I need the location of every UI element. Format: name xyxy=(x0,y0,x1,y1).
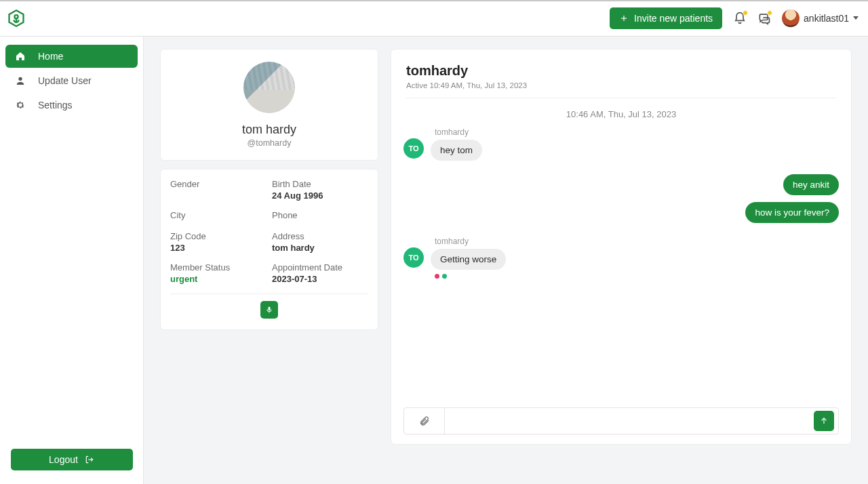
field-address: Address tom hardy xyxy=(272,231,368,253)
message-sender: tomhardy xyxy=(435,237,469,246)
field-zip: Zip Code 123 xyxy=(170,231,267,253)
logout-label: Logout xyxy=(49,454,78,465)
paperclip-icon xyxy=(419,416,430,426)
messages-dot xyxy=(767,10,772,16)
avatar xyxy=(782,9,800,27)
sidebar-item-label: Home xyxy=(38,51,63,62)
field-city: City xyxy=(170,210,267,222)
home-icon xyxy=(15,51,26,62)
chat-title: tomhardy xyxy=(406,63,836,79)
message-row: TO tomhardy hey tom xyxy=(403,127,839,161)
field-appointment-date: Appointment Date 2023-07-13 xyxy=(272,262,368,284)
logout-icon xyxy=(85,455,94,464)
message-bubble: how is your fever? xyxy=(745,202,839,223)
brand-logo[interactable] xyxy=(7,9,26,28)
message-bubble: hey tom xyxy=(431,140,482,161)
invite-patients-button[interactable]: Invite new patients xyxy=(610,7,722,29)
topbar: Invite new patients ankitlast01 xyxy=(0,0,868,37)
profile-name: tom hardy xyxy=(173,123,366,137)
profile-handle: @tomhardy xyxy=(173,138,366,148)
sidebar-item-home[interactable]: Home xyxy=(5,45,138,68)
plus-icon xyxy=(619,14,629,23)
chat-scroll-area[interactable]: 10:46 AM, Thu, Jul 13, 2023 TO tomhardy … xyxy=(391,105,851,407)
sidebar-item-label: Settings xyxy=(38,100,73,110)
sidebar-item-update-user[interactable]: Update User xyxy=(5,69,138,92)
sender-avatar: TO xyxy=(403,138,424,159)
chat-panel: tomhardy Active 10:49 AM, Thu, Jul 13, 2… xyxy=(391,49,852,445)
profile-card: tom hardy @tomhardy xyxy=(160,49,378,161)
notifications-button[interactable] xyxy=(733,12,747,25)
svg-point-1 xyxy=(14,15,18,18)
sidebar-item-label: Update User xyxy=(38,75,92,86)
voice-note-button[interactable] xyxy=(260,301,278,319)
message-row: TO tomhardy Getting worse xyxy=(403,237,839,279)
invite-label: Invite new patients xyxy=(634,13,713,24)
gear-icon xyxy=(15,100,26,110)
chat-composer xyxy=(403,407,839,435)
sender-avatar: TO xyxy=(403,247,424,268)
send-button[interactable] xyxy=(814,411,834,431)
field-member-status: Member Status urgent xyxy=(170,262,267,284)
user-menu[interactable]: ankitlast01 xyxy=(782,9,859,27)
message-bubble: hey ankit xyxy=(783,174,839,195)
logout-button[interactable]: Logout xyxy=(11,449,133,470)
messages-button[interactable] xyxy=(757,12,771,25)
chevron-down-icon xyxy=(853,16,859,20)
sidebar: Home Update User Settings Logout xyxy=(0,37,144,484)
username: ankitlast01 xyxy=(804,13,849,24)
chat-active-status: Active 10:49 AM, Thu, Jul 13, 2023 xyxy=(406,81,836,89)
notification-dot xyxy=(743,10,748,16)
field-phone: Phone xyxy=(272,210,368,222)
main-content: tom hardy @tomhardy Gender Birth Date 24… xyxy=(144,37,868,484)
svg-point-2 xyxy=(18,77,22,81)
arrow-up-icon xyxy=(819,416,829,426)
typing-indicator xyxy=(435,274,447,279)
chat-input[interactable] xyxy=(445,408,814,434)
message-sender: tomhardy xyxy=(435,127,469,137)
message-row-mine: hey ankit how is your fever? xyxy=(403,174,839,223)
sidebar-item-settings[interactable]: Settings xyxy=(5,94,138,117)
field-birth-date: Birth Date 24 Aug 1996 xyxy=(272,179,368,201)
message-bubble: Getting worse xyxy=(431,249,506,270)
profile-picture xyxy=(243,62,295,113)
profile-details-card: Gender Birth Date 24 Aug 1996 City Phone xyxy=(160,169,378,330)
chat-date-divider: 10:46 AM, Thu, Jul 13, 2023 xyxy=(403,106,839,127)
field-gender: Gender xyxy=(170,179,267,201)
user-icon xyxy=(15,75,26,86)
microphone-icon xyxy=(265,306,273,314)
attach-button[interactable] xyxy=(404,408,445,434)
